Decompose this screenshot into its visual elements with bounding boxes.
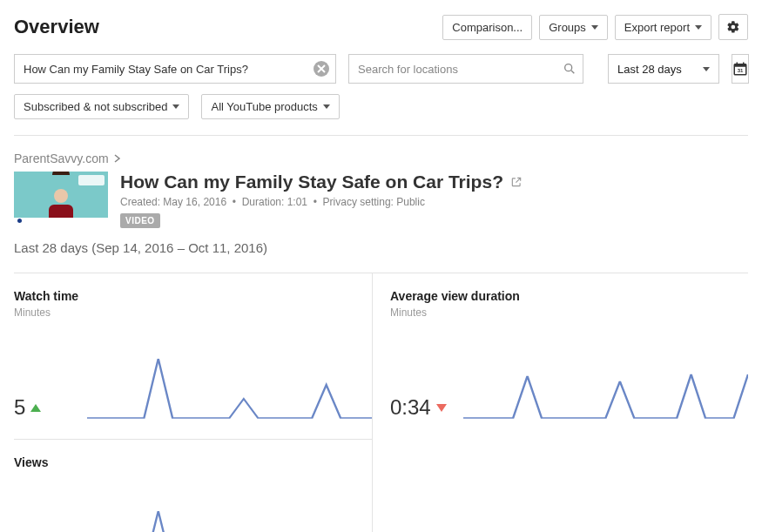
video-created: Created: May 16, 2016	[120, 196, 226, 208]
video-type-badge: VIDEO	[120, 213, 160, 228]
metric-title: Watch time	[14, 289, 372, 303]
svg-rect-3	[734, 64, 746, 67]
video-meta: Created: May 16, 2016 • Duration: 1:01 •…	[120, 196, 523, 208]
export-label: Export report	[624, 21, 690, 34]
trend-down-icon	[436, 404, 447, 412]
content-filter-input[interactable]	[14, 54, 336, 84]
groups-label: Groups	[549, 21, 586, 34]
page-title: Overview	[14, 16, 435, 38]
avg-view-duration-sparkline	[463, 350, 748, 420]
open-external-icon[interactable]	[510, 172, 523, 192]
trend-up-icon	[30, 404, 41, 412]
search-icon	[563, 62, 577, 76]
chevron-down-icon	[695, 25, 702, 30]
svg-text:31: 31	[738, 68, 744, 73]
video-privacy: Privacy setting: Public	[323, 196, 425, 208]
groups-dropdown[interactable]: Groups	[539, 15, 608, 40]
chevron-down-icon	[703, 67, 710, 71]
clear-icon	[314, 61, 329, 77]
svg-point-0	[565, 64, 572, 71]
metric-unit: Minutes	[14, 306, 372, 319]
date-range-label: Last 28 days	[617, 63, 682, 76]
comparison-label: Comparison...	[452, 21, 523, 34]
metric-title: Average view duration	[390, 289, 748, 303]
gear-icon	[726, 20, 740, 34]
metric-value: 5	[14, 395, 75, 420]
comparison-button[interactable]: Comparison...	[442, 15, 532, 40]
clear-content-button[interactable]	[314, 61, 329, 77]
subscription-filter-dropdown[interactable]: Subscribed & not subscribed	[14, 94, 189, 119]
subscription-filter-label: Subscribed & not subscribed	[24, 100, 167, 113]
metric-views[interactable]: Views 8	[14, 439, 372, 532]
chevron-down-icon	[323, 104, 330, 109]
date-range-dropdown[interactable]: Last 28 days	[608, 54, 719, 84]
calendar-button[interactable]: 31	[732, 54, 749, 84]
export-report-dropdown[interactable]: Export report	[615, 15, 711, 40]
svg-line-1	[571, 71, 574, 73]
location-search-input[interactable]	[348, 54, 583, 84]
breadcrumb-channel: ParentSavvy.com	[14, 152, 109, 165]
chevron-down-icon	[172, 104, 179, 109]
metric-watch-time[interactable]: Watch time Minutes 5 Views 8	[14, 273, 372, 532]
chevron-right-icon	[114, 154, 121, 163]
settings-button[interactable]	[718, 14, 748, 40]
views-sparkline	[87, 501, 372, 532]
video-duration: Duration: 1:01	[242, 196, 307, 208]
date-range-display: Last 28 days (Sep 14, 2016 – Oct 11, 201…	[14, 240, 748, 255]
chevron-down-icon	[591, 25, 598, 30]
product-filter-label: All YouTube products	[211, 100, 317, 113]
watch-time-sparkline	[87, 350, 372, 420]
product-filter-dropdown[interactable]: All YouTube products	[201, 94, 339, 119]
video-title-link[interactable]: How Can my Family Stay Safe on Car Trips…	[120, 172, 503, 192]
metric-unit: Minutes	[390, 306, 748, 319]
video-thumbnail[interactable]	[14, 172, 108, 224]
breadcrumb[interactable]: ParentSavvy.com	[14, 152, 121, 165]
calendar-icon: 31	[732, 61, 748, 77]
metric-value: 0:34	[390, 395, 451, 420]
content-filter-wrap	[14, 54, 336, 84]
metric-avg-view-duration[interactable]: Average view duration Minutes 0:34	[372, 273, 748, 532]
metric-title: Views	[14, 455, 372, 469]
location-filter-wrap	[348, 54, 583, 84]
